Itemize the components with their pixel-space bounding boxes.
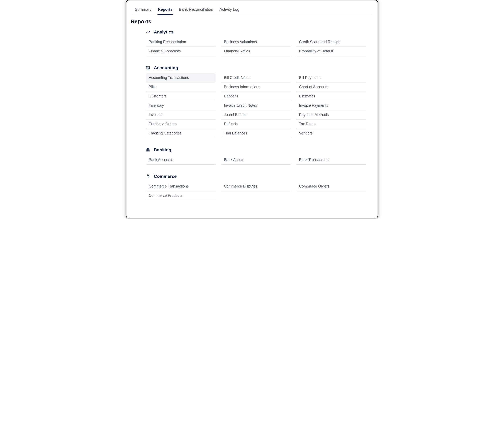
report-item-financial-forecasts[interactable]: Financial Forecasts <box>146 47 216 56</box>
report-item-banking-reconciliation[interactable]: Banking Reconciliation <box>146 37 216 47</box>
report-item-invoice-payments[interactable]: Invoice Payments <box>296 101 366 110</box>
report-item-bill-credit-notes[interactable]: Bill Credit Notes <box>221 73 291 83</box>
report-item-tax-rates[interactable]: Tax Rates <box>296 120 366 129</box>
report-item-journl-entries[interactable]: Journl Entries <box>221 110 291 120</box>
tab-activity-log[interactable]: Activity Log <box>219 6 240 15</box>
report-item-bill-payments[interactable]: Bill Payments <box>296 73 366 83</box>
section-commerce: Commerce Commerce TransactionsCommerce D… <box>146 174 366 200</box>
section-header-commerce: Commerce <box>146 174 366 179</box>
report-grid-commerce: Commerce TransactionsCommerce DisputesCo… <box>146 182 366 200</box>
report-item-bills[interactable]: Bills <box>146 83 216 92</box>
commerce-icon <box>146 174 150 178</box>
report-item-bank-assets[interactable]: Bank Assets <box>221 155 291 165</box>
report-item-business-informations[interactable]: Business Informations <box>221 83 291 92</box>
section-banking: Banking Bank AccountsBank AssetsBank Tra… <box>146 147 366 165</box>
report-item-financial-ratios[interactable]: Financial Ratios <box>221 47 291 56</box>
report-item-payment-methods[interactable]: Payment Methods <box>296 110 366 120</box>
report-item-refunds[interactable]: Refunds <box>221 120 291 129</box>
section-header-accounting: Accounting <box>146 65 366 70</box>
sections: Analytics Banking ReconciliationBusiness… <box>132 29 372 200</box>
report-item-deposits[interactable]: Deposits <box>221 92 291 101</box>
report-item-credit-score-and-ratings[interactable]: Credit Score and Ratings <box>296 37 366 47</box>
section-title-banking: Banking <box>154 147 171 152</box>
accounting-icon <box>146 66 150 70</box>
report-item-estimates[interactable]: Estimates <box>296 92 366 101</box>
page-frame: Summary Reports Bank Reconciliation Acti… <box>126 0 378 219</box>
section-title-accounting: Accounting <box>154 65 178 70</box>
report-item-trial-balances[interactable]: Trial Balances <box>221 129 291 138</box>
section-accounting: Accounting Accounting TransactionsBill C… <box>146 65 366 138</box>
report-item-bank-accounts[interactable]: Bank Accounts <box>146 155 216 165</box>
banking-icon <box>146 148 150 152</box>
report-item-commerce-disputes[interactable]: Commerce Disputes <box>221 182 291 191</box>
section-title-commerce: Commerce <box>154 174 177 179</box>
section-analytics: Analytics Banking ReconciliationBusiness… <box>146 29 366 56</box>
report-item-bank-transactions[interactable]: Bank Transactions <box>296 155 366 165</box>
report-grid-banking: Bank AccountsBank AssetsBank Transaction… <box>146 155 366 165</box>
page-title: Reports <box>131 18 372 25</box>
report-grid-analytics: Banking ReconciliationBusiness Valuation… <box>146 37 366 56</box>
report-item-vendors[interactable]: Vendors <box>296 129 366 138</box>
report-item-invoice-credit-notes[interactable]: Invoice Credit Notes <box>221 101 291 110</box>
tab-bar: Summary Reports Bank Reconciliation Acti… <box>132 4 372 15</box>
analytics-icon <box>146 30 150 34</box>
report-item-invoices[interactable]: Invoices <box>146 110 216 120</box>
tab-reports[interactable]: Reports <box>157 6 173 15</box>
report-item-tracking-categories[interactable]: Tracking Categories <box>146 129 216 138</box>
report-item-purchase-orders[interactable]: Purchase Orders <box>146 120 216 129</box>
tab-summary[interactable]: Summary <box>134 6 152 15</box>
report-item-chart-of-accounts[interactable]: Chart of Accounts <box>296 83 366 92</box>
report-item-business-valuations[interactable]: Business Valuations <box>221 37 291 47</box>
report-item-accounting-transactions[interactable]: Accounting Transactions <box>146 73 216 83</box>
svg-marker-4 <box>146 148 150 149</box>
report-item-commerce-orders[interactable]: Commerce Orders <box>296 182 366 191</box>
report-item-commerce-products[interactable]: Commerce Products <box>146 191 216 200</box>
tab-bank-reconciliation[interactable]: Bank Reconciliation <box>179 6 213 15</box>
report-item-commerce-transactions[interactable]: Commerce Transactions <box>146 182 216 191</box>
section-title-analytics: Analytics <box>154 29 173 35</box>
section-header-banking: Banking <box>146 147 366 152</box>
section-header-analytics: Analytics <box>146 29 366 35</box>
report-item-probability-of-default[interactable]: Probability of Default <box>296 47 366 56</box>
report-item-customers[interactable]: Customers <box>146 92 216 101</box>
report-item-inventory[interactable]: Inventory <box>146 101 216 110</box>
report-grid-accounting: Accounting TransactionsBill Credit Notes… <box>146 73 366 138</box>
